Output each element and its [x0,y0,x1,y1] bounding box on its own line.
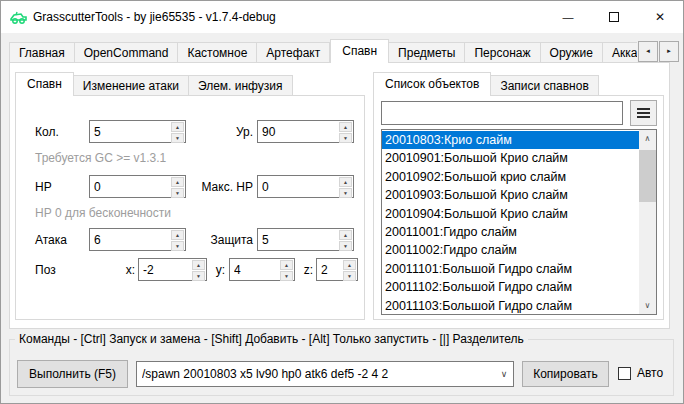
spin-down-icon[interactable]: ▼ [343,271,356,281]
maxhp-label: Макс. HP [191,180,253,194]
hp-infinity-note: НР 0 для бесконечности [35,206,171,220]
main-tab[interactable]: Артефакт [257,42,330,63]
auto-checkbox-label: Авто [637,367,663,380]
list-item[interactable]: 20010902:Большой крио слайм [382,168,639,186]
close-icon: ✕ [655,10,665,24]
minimize-icon: — [563,11,574,23]
maximize-button[interactable] [591,1,637,33]
hp-input[interactable] [90,176,170,197]
spawn-sub-tab[interactable]: Элем. инфузия [189,75,293,96]
maximize-icon [609,12,619,22]
main-tab[interactable]: Персонаж [465,42,540,63]
count-label: Кол. [35,125,59,139]
command-input[interactable] [137,367,495,381]
hp-stepper: ▲ ▼ [89,175,186,198]
defense-stepper: ▲ ▼ [257,228,354,251]
main-tab[interactable]: Кастомное [178,42,257,63]
spin-up-icon[interactable]: ▲ [339,230,352,240]
close-button[interactable]: ✕ [637,1,683,33]
level-input[interactable] [258,121,338,142]
spin-up-icon[interactable]: ▲ [339,122,352,132]
count-input[interactable] [90,121,170,142]
search-input[interactable] [382,102,622,124]
gc-version-note: Требуется GC >= v1.3.1 [35,151,166,165]
window-title: GrasscutterTools - by jie65535 - v1.7.4-… [33,1,276,33]
level-label: Ур. [191,125,253,139]
run-button[interactable]: Выполнить (F5) [17,360,128,388]
main-tab[interactable]: OpenCommand [75,42,179,63]
main-tab[interactable]: Предметы [389,42,465,63]
pos-x-stepper: ▲ ▼ [138,258,207,281]
copy-button[interactable]: Копировать [522,361,609,387]
level-stepper: ▲ ▼ [257,120,354,143]
spin-down-icon[interactable]: ▼ [339,133,352,143]
attack-input[interactable] [90,229,170,250]
app-window: GrasscutterTools - by jie65535 - v1.7.4-… [0,0,684,404]
spin-up-icon[interactable]: ▲ [171,177,184,187]
main-tab[interactable]: Аккаун [603,42,637,63]
attack-stepper: ▲ ▼ [89,228,186,251]
scrollbar-thumb[interactable] [639,150,656,202]
object-list-tab-strip: Список объектовЗаписи спавнов [373,72,664,96]
list-item[interactable]: 20011102:Большой Гидро слайм [382,278,639,296]
spin-up-icon[interactable]: ▲ [339,177,352,187]
chevron-down-icon[interactable]: ∨ [495,369,513,379]
list-item[interactable]: 20010903:Большой Крио слайм [382,186,639,204]
spin-down-icon[interactable]: ▼ [339,188,352,198]
tab-scroll-right-button[interactable]: ► [659,41,679,62]
spawn-sub-tab[interactable]: Изменение атаки [74,75,189,96]
pos-z-label: z: [291,263,313,277]
hp-label: HP [35,180,52,194]
main-tab-strip: ГлавнаяOpenCommandКастомноеАртефактСпавн… [9,39,637,63]
list-item[interactable]: 20011002:Гидро слайм [382,241,639,259]
list-item[interactable]: 20011103:Большой Гидро слайм [382,297,639,315]
tab-scroll-right-icon: ► [666,48,672,54]
object-listbox: 20010803:Крио слайм20010901:Большой Крио… [381,129,657,315]
main-tab[interactable]: Главная [9,42,75,63]
title-bar: GrasscutterTools - by jie65535 - v1.7.4-… [1,1,683,33]
filter-menu-button[interactable] [630,100,657,126]
pos-x-label: x: [109,263,135,277]
spin-down-icon[interactable]: ▼ [171,133,184,143]
defense-input[interactable] [258,229,338,250]
spin-up-icon[interactable]: ▲ [343,260,356,270]
maxhp-input[interactable] [258,176,338,197]
app-icon [10,9,27,25]
commands-group-title: Команды - [Ctrl] Запуск и замена - [Shif… [15,332,528,346]
spin-down-icon[interactable]: ▼ [171,188,184,198]
object-list-tab[interactable]: Записи спавнов [491,75,598,96]
list-item[interactable]: 20010901:Большой Крио слайм [382,149,639,167]
search-box [381,101,623,125]
menu-icon [637,112,650,114]
pos-z-input[interactable] [317,259,342,280]
list-scrollbar[interactable]: ∧ ∨ [639,130,656,314]
pos-y-input[interactable] [230,259,279,280]
pos-x-input[interactable] [139,259,191,280]
spawn-sub-tab[interactable]: Спавн [15,72,74,96]
defense-label: Защита [191,233,253,247]
pos-z-stepper: ▲ ▼ [316,258,358,281]
object-list-items: 20010803:Крио слайм20010901:Большой Крио… [382,131,639,315]
minimize-button[interactable]: — [545,1,591,33]
scroll-down-icon[interactable]: ∨ [639,297,656,314]
spawn-sub-tab-strip: СпавнИзменение атакиЭлем. инфузия [15,72,365,96]
command-combobox: ∨ [136,361,514,387]
position-label: Поз [35,263,56,277]
spin-up-icon[interactable]: ▲ [171,122,184,132]
spin-up-icon[interactable]: ▲ [171,230,184,240]
main-tab[interactable]: Спавн [330,39,389,63]
maxhp-stepper: ▲ ▼ [257,175,354,198]
spin-down-icon[interactable]: ▼ [339,241,352,251]
spin-down-icon[interactable]: ▼ [171,241,184,251]
list-item[interactable]: 20011001:Гидро слайм [382,223,639,241]
tab-scroll-left-button[interactable]: ◄ [638,41,658,62]
auto-checkbox[interactable] [618,367,631,380]
list-item[interactable]: 20011101:Большой Гидро слайм [382,260,639,278]
tab-scroll-left-icon: ◄ [645,48,651,54]
scroll-up-icon[interactable]: ∧ [639,130,656,147]
list-item[interactable]: 20010803:Крио слайм [382,131,639,149]
main-tab[interactable]: Оружие [541,42,603,63]
pos-y-stepper: ▲ ▼ [229,258,295,281]
list-item[interactable]: 20010904:Большой Крио слайм [382,205,639,223]
object-list-tab[interactable]: Список объектов [373,72,491,96]
